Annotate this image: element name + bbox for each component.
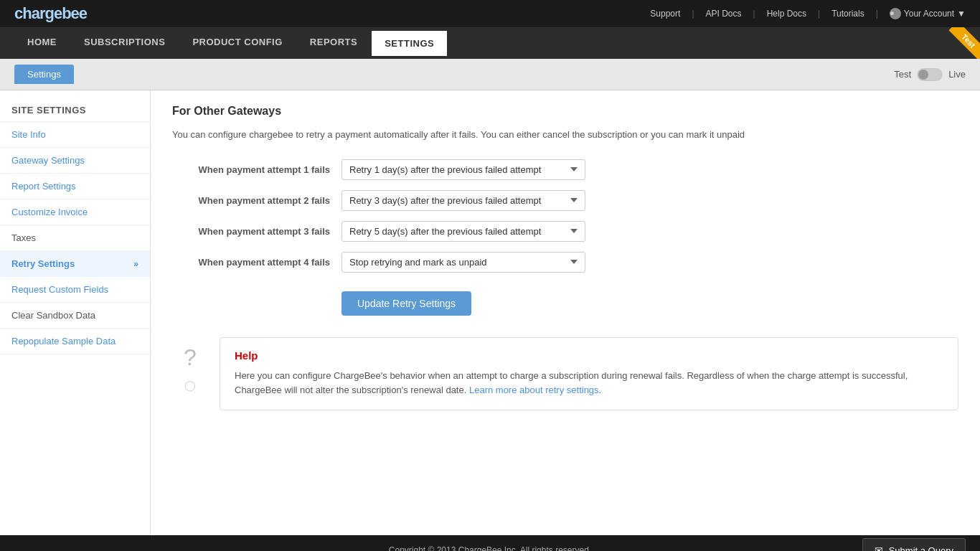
retry-label-1: When payment attempt 1 fails [172, 164, 330, 175]
main-container: SITE SETTINGS Site Info Gateway Settings… [0, 90, 980, 535]
retry-settings-table: When payment attempt 1 fails Retry 1 day… [172, 159, 958, 273]
help-text: Here you can configure ChargeBee's behav… [235, 369, 943, 399]
retry-row-2: When payment attempt 2 fails Retry 1 day… [172, 190, 958, 211]
retry-select-3[interactable]: Retry 1 day(s) after the previous failed… [341, 221, 585, 242]
footer: Copyright © 2013 ChargeBee Inc. All righ… [0, 535, 980, 551]
info-text: You can configure chargebee to retry a p… [172, 128, 958, 142]
help-icon-area: ? ◯ [172, 337, 208, 394]
retry-select-4[interactable]: Retry 1 day(s) after the previous failed… [341, 252, 585, 273]
help-title: Help [235, 349, 943, 362]
learn-more-link[interactable]: Learn more about retry settings [469, 385, 599, 395]
retry-row-3: When payment attempt 3 fails Retry 1 day… [172, 221, 958, 242]
email-icon: ✉ [875, 545, 883, 551]
test-label: Test [894, 69, 911, 80]
help-section: ? ◯ Help Here you can configure ChargeBe… [172, 337, 958, 411]
sidebar-item-site-info[interactable]: Site Info [0, 122, 150, 148]
retry-row-4: When payment attempt 4 fails Retry 1 day… [172, 252, 958, 273]
nav-bar: HOME SUBSCRIPTIONS PRODUCT CONFIG REPORT… [0, 27, 980, 59]
nav-subscriptions[interactable]: SUBSCRIPTIONS [71, 29, 178, 57]
live-label: Live [948, 69, 966, 80]
sidebar-item-request-custom-fields[interactable]: Request Custom Fields [0, 277, 150, 303]
help-box: Help Here you can configure ChargeBee's … [220, 337, 958, 411]
logo: chargebee [14, 4, 87, 23]
nav-settings[interactable]: SETTINGS [372, 31, 447, 56]
user-account-menu[interactable]: ● Your Account ▼ [890, 8, 966, 19]
retry-select-2[interactable]: Retry 1 day(s) after the previous failed… [341, 190, 585, 211]
sidebar-item-gateway-settings[interactable]: Gateway Settings [0, 148, 150, 174]
sidebar-item-customize-invoice[interactable]: Customize Invoice [0, 199, 150, 225]
retry-label-4: When payment attempt 4 fails [172, 257, 330, 268]
api-docs-link[interactable]: API Docs [706, 9, 742, 19]
top-bar-right: Support | API Docs | Help Docs | Tutoria… [650, 8, 966, 19]
sidebar-item-retry-settings[interactable]: Retry Settings » [0, 251, 150, 277]
chevron-icon: » [133, 259, 138, 269]
sidebar-item-taxes[interactable]: Taxes [0, 225, 150, 251]
tutorials-link[interactable]: Tutorials [831, 9, 864, 19]
nav-product-config[interactable]: PRODUCT CONFIG [179, 29, 295, 57]
nav-home[interactable]: HOME [14, 29, 70, 57]
sidebar: SITE SETTINGS Site Info Gateway Settings… [0, 90, 151, 535]
settings-breadcrumb-tab[interactable]: Settings [14, 65, 74, 84]
user-icon: ● [890, 8, 901, 19]
submit-query-button[interactable]: ✉ Submit a Query [862, 538, 966, 551]
retry-label-3: When payment attempt 3 fails [172, 226, 330, 237]
retry-select-1[interactable]: Retry 1 day(s) after the previous failed… [341, 159, 585, 180]
breadcrumb-bar: Settings Test Live [0, 59, 980, 90]
retry-label-2: When payment attempt 2 fails [172, 195, 330, 206]
sidebar-item-report-settings[interactable]: Report Settings [0, 174, 150, 199]
test-live-toggle-area: Test Live [894, 68, 966, 81]
top-bar: chargebee Support | API Docs | Help Docs… [0, 0, 980, 27]
question-mark-icon: ? [184, 344, 197, 370]
support-link[interactable]: Support [650, 9, 680, 19]
sidebar-item-repopulate-sample-data[interactable]: Repopulate Sample Data [0, 329, 150, 354]
user-account-label: Your Account [904, 9, 954, 19]
breadcrumb-tabs: Settings [14, 65, 74, 84]
copyright-text: Copyright © 2013 ChargeBee Inc. All righ… [389, 545, 591, 551]
update-retry-settings-button[interactable]: Update Retry Settings [341, 291, 471, 316]
section-title: For Other Gateways [172, 105, 958, 118]
nav-reports[interactable]: REPORTS [297, 29, 370, 57]
content-area: For Other Gateways You can configure cha… [151, 90, 980, 535]
sidebar-item-clear-sandbox-data[interactable]: Clear Sandbox Data [0, 303, 150, 329]
chevron-down-icon: ▼ [957, 9, 966, 19]
sidebar-section-title: SITE SETTINGS [0, 98, 150, 122]
retry-row-1: When payment attempt 1 fails Retry 1 day… [172, 159, 958, 180]
test-live-toggle[interactable] [917, 68, 943, 81]
test-ribbon: Test [937, 27, 980, 59]
help-docs-link[interactable]: Help Docs [767, 9, 806, 19]
test-badge: Test [948, 27, 980, 59]
nav-items: HOME SUBSCRIPTIONS PRODUCT CONFIG REPORT… [14, 29, 447, 57]
